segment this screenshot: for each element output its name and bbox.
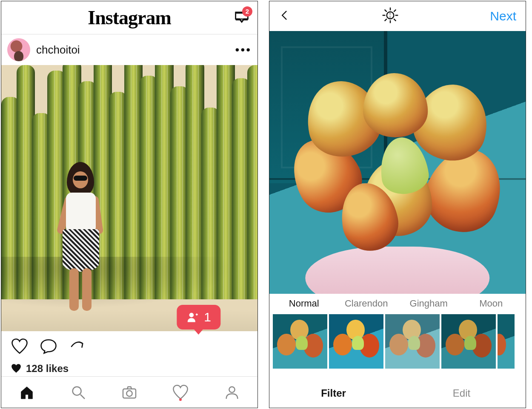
share-button[interactable] [69,338,86,357]
filter-thumbs-row[interactable] [269,314,526,369]
inbox-button[interactable]: 2 [234,9,250,27]
filter-strip: Normal Clarendon Gingham Moon [269,294,526,379]
post-action-row: 1 [1,331,257,364]
post-header: chchoitoi ••• [1,34,257,65]
app-logo: Instagram [88,6,171,29]
like-button[interactable] [11,338,29,357]
activity-popup[interactable]: 1 [177,305,220,329]
inbox-badge: 2 [242,6,252,17]
heart-filled-icon [11,364,22,374]
brightness-button[interactable] [382,7,399,26]
filter-thumb-clarendon[interactable] [329,314,383,369]
activity-popup-count: 1 [204,310,211,324]
tab-filter[interactable]: Filter [269,387,398,399]
filter-label-normal[interactable]: Normal [273,298,335,314]
search-icon [70,384,87,401]
back-button[interactable] [279,9,291,23]
nav-activity[interactable] [168,380,193,405]
brightness-icon [382,7,399,24]
svg-point-2 [72,386,81,395]
home-icon [18,384,35,401]
editor-preview-image[interactable] [269,31,526,294]
likes-count-label: 128 likes [26,364,69,375]
person-in-photo [55,162,106,315]
nav-camera[interactable] [117,380,142,405]
activity-dot-indicator [179,398,182,401]
nav-profile[interactable] [219,380,245,405]
filter-thumb-normal[interactable] [273,314,327,369]
tab-edit[interactable]: Edit [398,387,526,399]
nav-home[interactable] [14,380,40,405]
editor-header: Next [269,1,526,31]
filter-label-moon[interactable]: Moon [460,298,523,314]
post-more-button[interactable]: ••• [235,43,252,57]
filter-labels-row: Normal Clarendon Gingham Moon [269,298,526,314]
nav-search[interactable] [66,380,91,405]
svg-point-5 [229,386,235,392]
profile-icon [223,384,240,401]
svg-point-4 [126,390,132,396]
share-icon [69,338,86,355]
comment-icon [40,338,57,355]
editor-screen: Next Normal Clarendon Gingham Moon [269,1,526,408]
post-image[interactable] [1,65,257,331]
filter-label-gingham[interactable]: Gingham [398,298,460,314]
editor-bottom-tabs: Filter Edit [269,379,526,408]
filter-thumb-moon[interactable] [441,314,496,369]
likes-row[interactable]: 128 likes [1,364,257,376]
comment-button[interactable] [40,338,57,357]
filter-thumb-overflow[interactable] [498,314,515,369]
filter-label-clarendon[interactable]: Clarendon [335,298,398,314]
feed-screen: Instagram 2 chchoitoi ••• [1,1,258,408]
person-add-icon [186,311,199,324]
chevron-left-icon [279,9,291,21]
author-username[interactable]: chchoitoi [36,43,80,57]
feed-header: Instagram 2 [1,1,257,34]
filter-thumb-gingham[interactable] [385,314,440,369]
svg-point-1 [189,313,194,317]
author-avatar[interactable] [7,38,30,61]
bottom-nav [1,376,257,408]
camera-icon [121,384,138,401]
next-button[interactable]: Next [490,9,516,23]
heart-icon [11,338,29,355]
